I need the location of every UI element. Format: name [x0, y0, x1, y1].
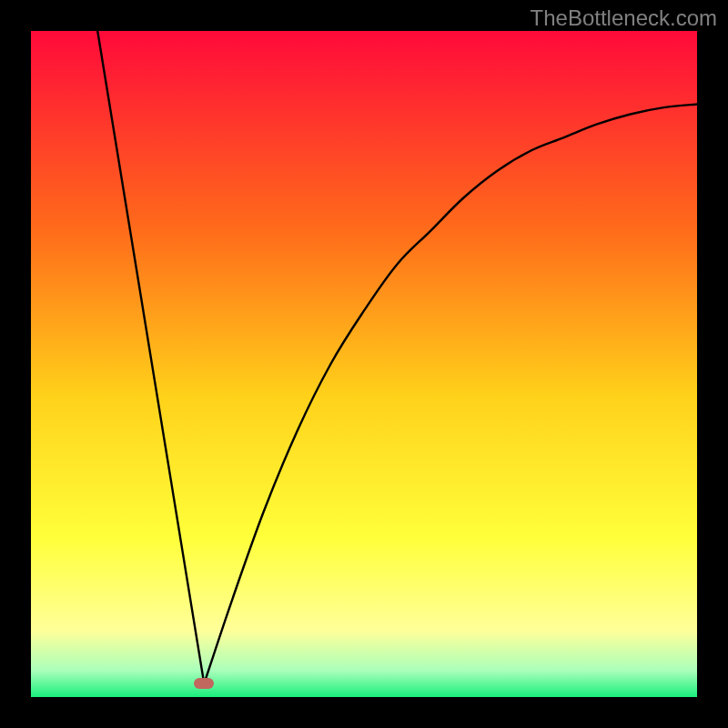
plot-area	[31, 31, 697, 697]
watermark-label: TheBottleneck.com	[531, 5, 717, 31]
chart-frame	[31, 31, 697, 697]
gradient-background	[31, 31, 697, 697]
minimum-marker	[194, 678, 214, 689]
plot-svg	[31, 31, 697, 697]
